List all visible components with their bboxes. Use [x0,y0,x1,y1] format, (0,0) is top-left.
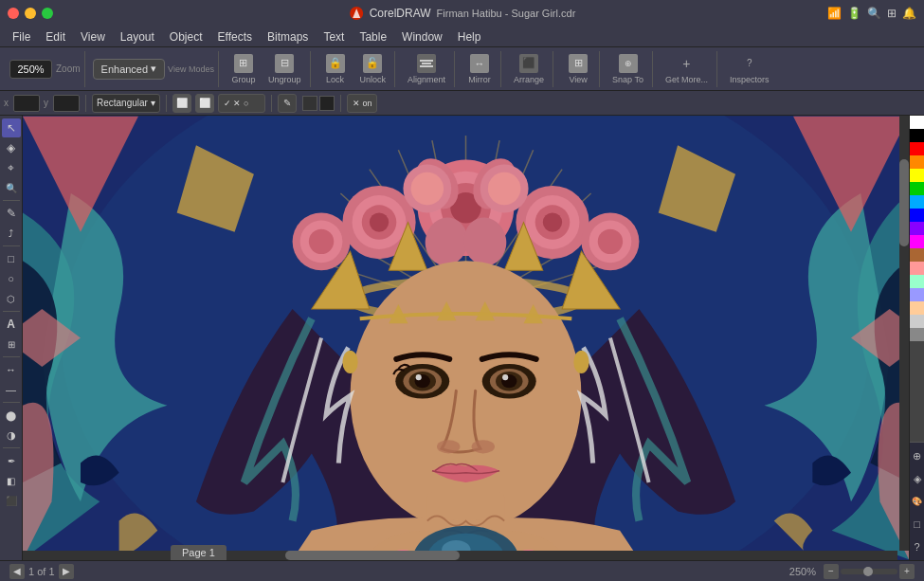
maximize-button[interactable] [42,8,53,19]
window-controls[interactable] [8,8,53,19]
color-more[interactable] [910,341,924,442]
menu-view[interactable]: View [74,28,112,45]
file-name: Firman Hatibu - Sugar Girl.cdr [437,8,576,19]
zoom-input[interactable]: 250% [9,60,52,79]
page-tab[interactable]: Page 1 [171,545,226,560]
wifi-icon: 📶 [827,7,842,20]
color-mint[interactable] [910,275,924,288]
inspectors-button[interactable]: ? Inspectors [725,52,774,86]
options-btn[interactable]: ✕ on [347,94,378,113]
color-yellow[interactable] [910,169,924,182]
snap-to-button[interactable]: ⊕ Snap To [607,52,648,86]
minimize-button[interactable] [25,8,36,19]
control-center-icon[interactable]: ⊞ [887,7,897,20]
transparency-tool[interactable]: ◑ [2,426,21,445]
lock-button[interactable]: 🔒 Lock [318,52,353,86]
view-button[interactable]: ⊞ View [561,52,595,86]
vertical-scrollbar[interactable] [899,116,909,551]
ungroup-button[interactable]: ⊟ Ungroup [263,52,306,86]
node-tool[interactable]: ◈ [2,138,21,157]
nodes-right-icon[interactable]: ◈ [908,469,925,488]
polygon-tool[interactable]: ⬡ [2,289,21,308]
menu-file[interactable]: File [6,28,37,45]
color-black[interactable] [910,129,924,142]
color-purple[interactable] [910,222,924,235]
color-light-gray[interactable] [910,315,924,328]
shape-dropdown[interactable]: Rectangular ▾ [92,94,160,113]
freehand-tool[interactable]: ✎ [2,204,21,223]
text-tool[interactable]: A [2,315,21,334]
view-mode-button[interactable]: Enhanced ▾ [93,59,166,80]
get-more-button[interactable]: + Get More... [661,52,713,86]
close-button[interactable] [8,8,19,19]
secondary-toolbar: x 2 y 2 Rectangular ▾ ⬜ ⬜ ✓ ✕ ○ ✎ ✕ on [0,91,924,116]
zoom-slider-thumb[interactable] [863,567,873,576]
v-scroll-thumb[interactable] [899,159,909,246]
color-light-pink[interactable] [910,262,924,275]
rectangle-tool[interactable]: □ [2,249,21,268]
toolbar2-btn2[interactable]: ⬜ [195,94,214,113]
notification-icon[interactable]: 🔔 [902,7,916,20]
color-cyan[interactable] [910,195,924,209]
menu-edit[interactable]: Edit [39,28,72,45]
zoom-in-button[interactable]: + [899,564,915,579]
color-brown[interactable] [910,248,924,262]
snap-right-icon[interactable]: ⊕ [908,446,925,465]
zoom-group: 250% Zoom [6,51,85,87]
x-coord-input[interactable]: 2 [13,95,40,112]
arrange-button[interactable]: ⬛ Arrange [509,52,549,86]
zoom-out-button[interactable]: − [824,564,839,579]
menu-bitmaps[interactable]: Bitmaps [261,28,315,45]
mirror-button[interactable]: ↔ Mirror [462,52,497,86]
toolbar2-btn3[interactable]: ✓ ✕ ○ [218,94,265,113]
blend-tool[interactable]: ⬤ [2,406,21,425]
table-tool[interactable]: ⊞ [2,335,21,354]
color-red[interactable] [910,142,924,155]
smart-draw-tool[interactable]: ⤴ [2,224,21,243]
color-light-blue[interactable] [910,288,924,301]
ellipse-tool[interactable]: ○ [2,269,21,288]
color-green[interactable] [910,182,924,195]
zoom-tool[interactable]: 🔍 [2,178,21,197]
menu-effects[interactable]: Effects [211,28,259,45]
h-scroll-thumb[interactable] [285,551,461,560]
canvas-area[interactable] [23,116,909,560]
color-peach[interactable] [910,301,924,315]
unlock-button[interactable]: 🔓 Unlock [355,52,391,86]
menu-layout[interactable]: Layout [114,28,161,45]
connector-tool[interactable]: — [2,380,21,399]
pencil-btn[interactable]: ✎ [278,94,297,113]
toolbar2-btn1[interactable]: ⬜ [172,94,191,113]
dimension-tool[interactable]: ↔ [2,360,21,379]
color-blue[interactable] [910,209,924,222]
select-tool[interactable]: ↖ [2,118,21,137]
prev-page-button[interactable]: ◀ [9,564,25,579]
color-gray[interactable] [910,328,924,341]
fill-color-swatch[interactable] [302,96,317,111]
zoom-slider[interactable] [841,569,897,574]
search-icon[interactable]: 🔍 [867,7,881,20]
color-magenta[interactable] [910,235,924,248]
color-indicator-group [302,96,335,111]
outline-color-swatch[interactable] [319,96,335,111]
menu-text[interactable]: Text [317,28,351,45]
color-right-icon[interactable]: 🎨 [908,492,925,511]
y-coord-input[interactable]: 2 [53,95,80,112]
interactive-fill-tool[interactable]: ⬛ [2,491,21,510]
color-orange[interactable] [910,155,924,169]
color-white[interactable] [910,116,924,129]
menu-window[interactable]: Window [395,28,449,45]
alignment-button[interactable]: Alignment [403,52,450,86]
menu-table[interactable]: Table [353,28,393,45]
page-info: 1 of 1 [28,566,55,577]
fill-tool[interactable]: ◧ [2,471,21,490]
object-right-icon[interactable]: □ [908,515,925,534]
help-right-icon[interactable]: ? [908,537,925,556]
next-page-button[interactable]: ▶ [59,564,74,579]
menu-object[interactable]: Object [163,28,209,45]
color-eyedropper-tool[interactable]: ✒ [2,451,21,470]
crop-tool[interactable]: ⌖ [2,158,21,177]
menu-help[interactable]: Help [451,28,488,45]
group-button[interactable]: ⊞ Group [226,52,261,86]
horizontal-scrollbar[interactable] [23,551,897,560]
